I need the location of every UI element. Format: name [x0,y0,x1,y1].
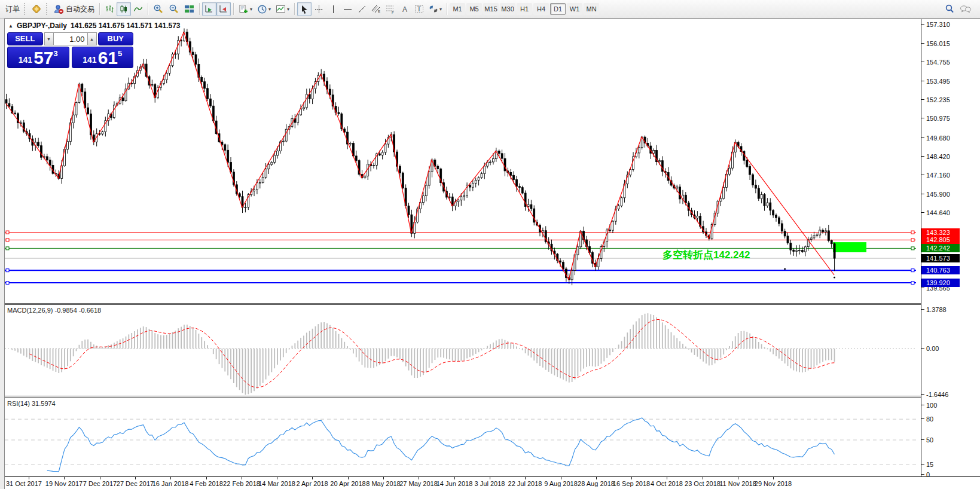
text-label-tool-button[interactable]: T [412,2,426,16]
volume-up-button[interactable]: ▲ [87,32,97,45]
price-tag-140.763[interactable]: 140.763 [921,266,960,274]
date-tick [206,477,207,479]
one-click-trading-panel: SELL ▼ ▲ BUY 141 57 3 141 61 5 [7,32,133,68]
hline-handle[interactable] [6,239,9,242]
text-icon: A [401,5,410,14]
date-label: 11 Nov 2018 [719,480,756,487]
collapse-panel-icon[interactable]: ▲ [8,23,13,29]
toolbar-separator [199,3,200,15]
toolbar-grip [46,3,49,15]
hline-handle[interactable] [911,282,914,285]
zoom-out-button[interactable] [166,2,182,16]
auto-scroll-button[interactable] [202,2,216,16]
pane-separator[interactable] [5,303,921,305]
tab-timeframe-m30[interactable]: M30 [500,3,515,15]
price-tick-label: 144.640 [921,209,950,216]
autotrading-button[interactable]: 自动交易 [51,2,97,16]
volume-input[interactable] [54,32,87,45]
date-label: 29 Nov 2018 [755,480,792,487]
price-tick-label: 150.975 [921,115,950,122]
horizontal-lines-layer[interactable] [5,231,916,285]
templates-button[interactable]: ▾ [236,2,255,16]
docked-panel-edge [0,19,5,489]
rsi-axis-label: 100 [921,402,937,409]
tab-timeframe-h4[interactable]: H4 [533,3,549,15]
text-label-icon: T [414,4,424,14]
hline-handle[interactable] [6,247,9,250]
date-axis[interactable]: 31 Oct 201719 Nov 20177 Dec 201727 Dec 2… [5,476,980,489]
crosshair-tool-button[interactable] [312,2,326,16]
volume-down-button[interactable]: ▼ [44,32,54,45]
hline-handle[interactable] [911,231,914,234]
date-tick [135,477,136,479]
date-label: 14 Jun 2018 [436,480,473,487]
hline-handle[interactable] [6,269,9,272]
main-price-chart[interactable] [5,19,921,303]
tab-timeframe-m1[interactable]: M1 [450,3,465,15]
zoom-in-button[interactable] [151,2,166,16]
tab-timeframe-m15[interactable]: M15 [483,3,499,15]
sell-price-box[interactable]: 141 57 3 [7,47,69,68]
buy-button[interactable]: BUY [98,32,134,45]
date-tick [64,477,65,479]
macd-indicator-label: MACD(12,26,9) -0.9854 -0.6618 [7,307,101,314]
price-tag-142.242[interactable]: 142.242 [921,244,960,252]
date-tick [170,477,171,479]
turning-point-annotation[interactable]: 多空转折点142.242 [663,248,750,262]
tab-timeframe-mn[interactable]: MN [584,3,599,15]
price-tag-141.573[interactable]: 141.573 [921,254,960,262]
text-tool-button[interactable]: A [398,2,412,16]
candlestick-mode-button[interactable] [117,2,131,16]
hline-handle[interactable] [911,239,914,242]
sell-button[interactable]: SELL [7,32,43,45]
hline-handle[interactable] [6,282,9,285]
zigzag-line[interactable] [6,32,834,280]
cursor-tool-button[interactable] [297,2,312,16]
price-tag-142.805[interactable]: 142.805 [921,236,960,244]
chart-shift-icon [219,4,228,14]
tab-timeframe-d1[interactable]: D1 [550,3,566,15]
vertical-line-tool-button[interactable] [326,2,340,16]
line-chart-mode-button[interactable] [131,2,145,16]
hline-handle[interactable] [6,231,9,234]
rsi-value: 31.5974 [32,400,56,407]
horizontal-line-tool-button[interactable] [340,2,355,16]
date-label: 22 Jul 2018 [508,480,542,487]
hline-handle[interactable] [911,247,914,250]
hline-handle[interactable] [911,269,914,272]
arrows-icon [429,4,438,14]
price-tag-139.920[interactable]: 139.920 [921,279,960,287]
date-tick [312,477,313,479]
metaeditor-button[interactable] [29,2,44,16]
date-label: 27 Dec 2017 [117,480,154,487]
tab-timeframe-m5[interactable]: M5 [466,3,482,15]
dropdown-caret: ▾ [287,7,289,12]
indicators-button[interactable]: ▾ [273,2,292,16]
zoom-in-icon [153,4,164,14]
toolbar-separator [148,3,148,15]
chat-button[interactable] [957,2,974,16]
chart-window: ▲ GBPJPY-,Daily 141.625 141.675 141.571 … [5,19,980,489]
highlight-rectangle[interactable] [833,242,866,252]
channel-tool-button[interactable]: E [369,2,383,16]
new-order-button[interactable]: 订单 [1,2,22,16]
search-button[interactable] [942,2,957,16]
equidistant-channel-icon: E [371,4,381,14]
trendline-tool-button[interactable] [355,2,369,16]
date-label: 16 Jan 2018 [152,480,189,487]
price-axis[interactable]: 157.310156.015154.755153.495152.235150.9… [921,19,980,489]
pane-separator[interactable] [5,396,921,398]
bar-chart-mode-button[interactable] [102,2,117,16]
fibonacci-tool-button[interactable]: F [383,2,398,16]
period-button[interactable]: ▾ [255,2,273,16]
arrows-tool-button[interactable]: ▾ [426,2,444,16]
tab-timeframe-h1[interactable]: H1 [517,3,532,15]
date-label: 4 Feb 2018 [190,480,223,487]
trendline-icon [358,5,367,14]
sell-price-main: 57 [33,50,53,66]
buy-price-box[interactable]: 141 61 5 [72,47,134,68]
tile-windows-button[interactable] [182,2,197,16]
date-label: 31 Oct 2017 [6,480,42,487]
tab-timeframe-w1[interactable]: W1 [567,3,582,15]
chart-shift-button[interactable] [216,2,231,16]
